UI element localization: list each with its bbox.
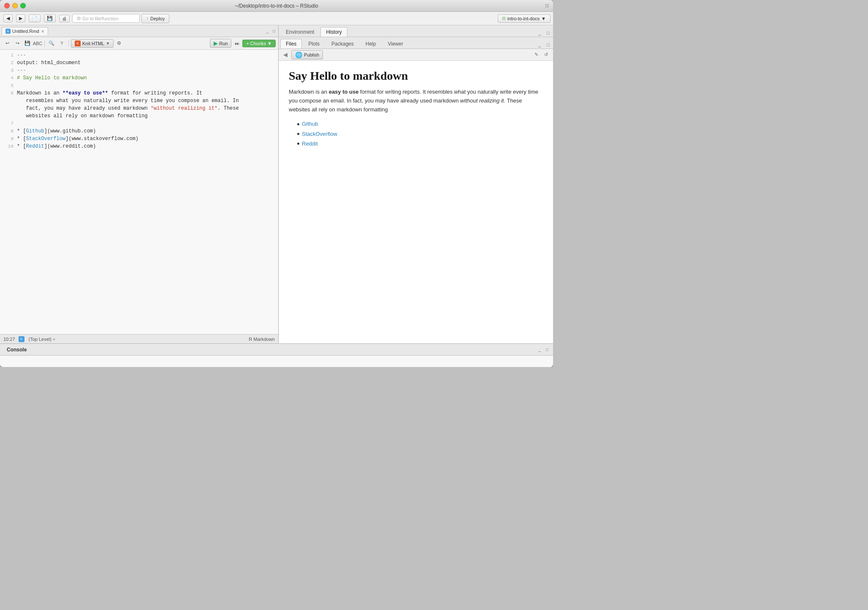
- minimize-bottom-right-icon[interactable]: _: [537, 42, 542, 48]
- maximize-editor-icon[interactable]: □: [271, 28, 277, 34]
- new-file-button[interactable]: 📄: [29, 14, 41, 22]
- publish-button[interactable]: 🌐 Publish: [291, 50, 323, 59]
- publish-globe-icon: 🌐: [295, 51, 302, 58]
- maximize-button[interactable]: [20, 3, 26, 8]
- viewer-controls-right: ✎ ↺: [533, 51, 550, 58]
- deploy-label: Deploy: [150, 16, 165, 21]
- deploy-icon: ↑: [146, 16, 149, 22]
- code-line-5: 5: [0, 82, 278, 89]
- knit-icon: K: [75, 40, 81, 46]
- knit-button[interactable]: K Knit HTML ▼: [71, 39, 114, 48]
- stackoverflow-link[interactable]: StackOverflow: [302, 129, 337, 139]
- maximize-bottom-right-icon[interactable]: □: [545, 42, 551, 48]
- settings-button[interactable]: ⚙: [114, 39, 124, 48]
- code-line-7: 7: [0, 120, 278, 127]
- help-button[interactable]: ?: [57, 39, 66, 48]
- print-button[interactable]: 🖨: [59, 15, 70, 22]
- tab-help-label: Help: [366, 41, 376, 47]
- github-link[interactable]: Github: [302, 119, 318, 129]
- back-button[interactable]: ◀: [3, 14, 13, 22]
- cursor-position: 10:27: [3, 337, 15, 342]
- editor-toolbar: ↩ ↪ 💾 ABC 🔍 ? K Knit HTML ▼ ⚙ ▶: [0, 37, 278, 50]
- tab-plots[interactable]: Plots: [303, 39, 325, 49]
- project-arrow-icon: ▼: [541, 16, 546, 21]
- line-content: * [StackOverflow](www.stackoverflow.com): [17, 135, 278, 143]
- code-line-9: 9 * [StackOverflow](www.stackoverflow.co…: [0, 135, 278, 143]
- back-icon: ◀: [6, 16, 10, 21]
- maximize-console-icon[interactable]: □: [545, 347, 550, 352]
- tab-history[interactable]: History: [320, 27, 347, 37]
- save-button[interactable]: 💾: [44, 14, 56, 22]
- line-content: output: html_document: [17, 59, 278, 67]
- print-icon: 🖨: [62, 16, 67, 21]
- code-line-6: 6 Markdown is an **easy to use** format …: [0, 89, 278, 120]
- minimize-top-right-icon[interactable]: _: [537, 30, 542, 36]
- chunks-button[interactable]: + Chunks ▼: [242, 40, 276, 47]
- project-icon: R: [502, 16, 506, 21]
- forward-button[interactable]: ▶: [16, 14, 25, 22]
- forward-icon: ▶: [19, 16, 22, 21]
- console-tab-label[interactable]: Console: [3, 345, 30, 354]
- redo-button[interactable]: ↪: [13, 39, 22, 48]
- editor-statusbar: 10:27 R (Top Level) ÷ R Markdown: [0, 334, 278, 343]
- go-to-file-icon: ⊙: [77, 16, 81, 21]
- line-number: 6: [0, 89, 17, 97]
- tab-plots-label: Plots: [308, 41, 320, 47]
- line-content: ---: [17, 67, 278, 74]
- editor-pane: R Untitled.Rmd ✕ _ □ ↩ ↪ 💾 ABC: [0, 25, 279, 343]
- line-number: 4: [0, 74, 17, 82]
- knit-dropdown-arrow[interactable]: ▼: [106, 41, 110, 46]
- tab-packages[interactable]: Packages: [326, 39, 359, 49]
- undo-button[interactable]: ↩: [3, 39, 12, 48]
- viewer-body-paragraph: Markdown is an easy to use format for wr…: [289, 88, 543, 114]
- tab-environment[interactable]: Environment: [280, 27, 320, 37]
- title-bar: ~/Desktop/intro-to-int-docs – RStudio ⊡: [0, 0, 553, 12]
- main-content: R Untitled.Rmd ✕ _ □ ↩ ↪ 💾 ABC: [0, 25, 553, 367]
- go-to-file-input[interactable]: ⊙ Go to file/function: [72, 14, 140, 23]
- minimize-console-icon[interactable]: _: [537, 347, 542, 352]
- zoom-button[interactable]: 🔍: [47, 39, 56, 48]
- save-file-button[interactable]: 💾: [23, 39, 32, 48]
- viewer-link-list: Github StackOverflow Reddit: [297, 119, 543, 148]
- editor-tab-bar: R Untitled.Rmd ✕ _ □: [0, 25, 278, 37]
- tab-help[interactable]: Help: [360, 39, 382, 49]
- run-label: Run: [219, 41, 228, 46]
- tab-files-label: Files: [286, 41, 296, 47]
- tab-files[interactable]: Files: [280, 39, 302, 49]
- list-item: StackOverflow: [297, 129, 543, 139]
- pane-top-controls: _ □: [537, 30, 551, 37]
- line-content: * [Github](www.github.com): [17, 127, 278, 135]
- bullet-icon: [297, 123, 299, 125]
- project-button[interactable]: R intro-to-int-docs ▼: [498, 14, 551, 23]
- tab-close-button[interactable]: ✕: [41, 29, 44, 34]
- run-next-button[interactable]: ⏭: [232, 39, 241, 48]
- top-level-indicator: (Top Level) ÷: [29, 337, 56, 342]
- viewer-back-icon[interactable]: ◀: [282, 51, 289, 58]
- line-content: Markdown is an **easy to use** format fo…: [17, 89, 278, 120]
- line-number: 2: [0, 59, 17, 67]
- line-number: 7: [0, 120, 17, 127]
- spellcheck-button[interactable]: ABC: [33, 39, 42, 48]
- clear-viewer-icon[interactable]: ✎: [533, 51, 540, 58]
- minimize-editor-icon[interactable]: _: [265, 28, 270, 34]
- line-number: 3: [0, 67, 17, 74]
- refresh-viewer-icon[interactable]: ↺: [542, 51, 550, 58]
- editor-tab-untitled[interactable]: R Untitled.Rmd ✕: [2, 27, 48, 35]
- line-number: 9: [0, 135, 17, 143]
- reddit-link[interactable]: Reddit: [302, 139, 318, 148]
- console-body[interactable]: [0, 356, 553, 367]
- tab-viewer[interactable]: Viewer: [382, 39, 408, 49]
- viewer-italic-text: without realizing it.: [460, 97, 505, 104]
- files-plots-tabs: Files Plots Packages Help Viewer: [279, 37, 553, 49]
- code-editor[interactable]: 1 --- 2 output: html_document 3 ---: [0, 50, 278, 334]
- close-button[interactable]: [4, 3, 10, 8]
- file-icon-small: R: [19, 336, 24, 342]
- deploy-button[interactable]: ↑ Deploy: [141, 14, 169, 23]
- right-pane: Environment History _ □ Files: [279, 25, 553, 343]
- line-number: 10: [0, 143, 17, 150]
- minimize-button[interactable]: [12, 3, 18, 8]
- run-button[interactable]: ▶ Run: [210, 39, 231, 48]
- viewer-toolbar: ◀ 🌐 Publish ✎ ↺: [279, 49, 553, 61]
- chunks-arrow[interactable]: ▼: [267, 41, 272, 46]
- maximize-top-right-icon[interactable]: □: [545, 30, 551, 36]
